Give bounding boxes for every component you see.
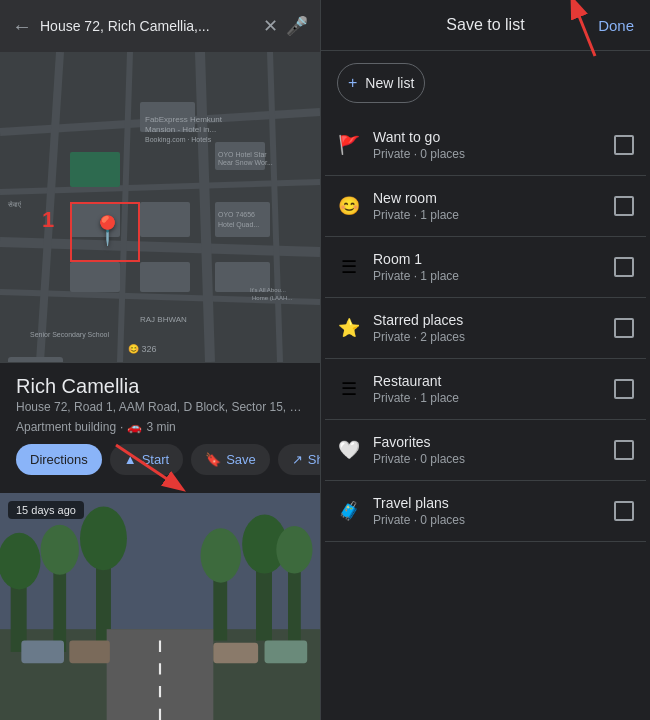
room-1-meta: Private · 1 place xyxy=(373,269,602,283)
restaurant-info: Restaurant Private · 1 place xyxy=(373,373,602,405)
svg-text:OYO 74656: OYO 74656 xyxy=(218,211,255,218)
want-to-go-checkbox[interactable] xyxy=(614,135,634,155)
svg-text:It's All Abou...: It's All Abou... xyxy=(250,287,286,293)
directions-button[interactable]: Directions xyxy=(16,444,102,475)
new-list-label: New list xyxy=(365,75,414,91)
travel-plans-icon: 🧳 xyxy=(337,500,361,522)
starred-places-checkbox[interactable] xyxy=(614,318,634,338)
new-room-icon: 😊 xyxy=(337,195,361,217)
new-room-meta: Private · 1 place xyxy=(373,208,602,222)
list-item-new-room[interactable]: 😊 New room Private · 1 place xyxy=(325,176,646,237)
travel-plans-name: Travel plans xyxy=(373,495,602,511)
save-button[interactable]: 🔖 Save xyxy=(191,444,270,475)
drive-time: 3 min xyxy=(146,420,175,434)
list-item-travel-plans[interactable]: 🧳 Travel plans Private · 0 places xyxy=(325,481,646,542)
street-view-photo xyxy=(0,493,320,720)
svg-text:सेवाएं: सेवाएं xyxy=(7,200,22,208)
svg-rect-15 xyxy=(140,262,190,292)
svg-text:Home (LAAH...: Home (LAAH... xyxy=(252,295,293,301)
svg-rect-17 xyxy=(70,262,120,292)
drive-icon: 🚗 xyxy=(127,420,142,434)
new-room-checkbox[interactable] xyxy=(614,196,634,216)
street-photo-svg xyxy=(0,493,320,720)
back-arrow-icon[interactable]: ← xyxy=(12,15,32,38)
want-to-go-icon: 🚩 xyxy=(337,134,361,156)
want-to-go-meta: Private · 0 places xyxy=(373,147,602,161)
svg-rect-9 xyxy=(70,152,120,187)
want-to-go-info: Want to go Private · 0 places xyxy=(373,129,602,161)
room-1-icon: ☰ xyxy=(337,256,361,278)
place-meta-separator: · xyxy=(120,420,123,434)
svg-point-43 xyxy=(201,528,242,582)
svg-line-55 xyxy=(575,6,595,56)
svg-text:😊 326: 😊 326 xyxy=(128,343,157,355)
new-room-name: New room xyxy=(373,190,602,206)
place-name: Rich Camellia xyxy=(16,375,304,398)
list-item-want-to-go[interactable]: 🚩 Want to go Private · 0 places xyxy=(325,115,646,176)
list-item-starred-places[interactable]: ⭐ Starred places Private · 2 places xyxy=(325,298,646,359)
restaurant-meta: Private · 1 place xyxy=(373,391,602,405)
place-type: Apartment building xyxy=(16,420,116,434)
restaurant-checkbox[interactable] xyxy=(614,379,634,399)
svg-point-41 xyxy=(80,507,127,571)
want-to-go-name: Want to go xyxy=(373,129,602,145)
map-area: FabExpress Hemkunt Mansion - Hotel in...… xyxy=(0,52,320,362)
svg-text:Near Snow Wor...: Near Snow Wor... xyxy=(218,159,273,166)
svg-rect-53 xyxy=(265,641,308,664)
favorites-icon: 🤍 xyxy=(337,439,361,461)
svg-text:OYO Hotel Star: OYO Hotel Star xyxy=(218,151,267,158)
list-item-restaurant[interactable]: ☰ Restaurant Private · 1 place xyxy=(325,359,646,420)
room-1-info: Room 1 Private · 1 place xyxy=(373,251,602,283)
travel-plans-meta: Private · 0 places xyxy=(373,513,602,527)
svg-text:Mansion - Hotel in...: Mansion - Hotel in... xyxy=(145,125,216,134)
starred-places-name: Starred places xyxy=(373,312,602,328)
svg-rect-52 xyxy=(213,643,258,663)
favorites-name: Favorites xyxy=(373,434,602,450)
svg-text:Hotel Quad...: Hotel Quad... xyxy=(218,221,259,229)
restaurant-icon: ☰ xyxy=(337,378,361,400)
photo-timestamp: 15 days ago xyxy=(8,501,84,519)
right-panel: Save to list Done + New list 🚩 Want to g… xyxy=(320,0,650,720)
place-info: Rich Camellia House 72, Road 1, AAM Road… xyxy=(0,362,320,493)
starred-places-meta: Private · 2 places xyxy=(373,330,602,344)
left-panel: ← House 72, Rich Camellia,... ✕ 🎤 xyxy=(0,0,320,720)
travel-plans-info: Travel plans Private · 0 places xyxy=(373,495,602,527)
new-list-section: + New list xyxy=(321,51,650,115)
svg-text:Booking.com · Hotels: Booking.com · Hotels xyxy=(145,136,212,144)
new-list-button[interactable]: + New list xyxy=(337,63,425,103)
list-item-favorites[interactable]: 🤍 Favorites Private · 0 places xyxy=(325,420,646,481)
svg-rect-31 xyxy=(8,357,63,362)
share-icon: ↗ xyxy=(292,452,303,467)
map-pin: 📍 xyxy=(90,214,125,247)
starred-places-icon: ⭐ xyxy=(337,317,361,339)
restaurant-name: Restaurant xyxy=(373,373,602,389)
share-button[interactable]: ↗ Sha... xyxy=(278,444,320,475)
close-icon[interactable]: ✕ xyxy=(263,15,278,37)
room-1-checkbox[interactable] xyxy=(614,257,634,277)
annotation-arrow-2 xyxy=(96,435,196,495)
annotation-label-1: 1 xyxy=(42,207,54,233)
list-item-room-1[interactable]: ☰ Room 1 Private · 1 place xyxy=(325,237,646,298)
mic-icon[interactable]: 🎤 xyxy=(286,15,308,37)
panel-title: Save to list xyxy=(446,16,524,34)
svg-line-33 xyxy=(116,445,176,485)
svg-rect-50 xyxy=(21,641,64,664)
travel-plans-checkbox[interactable] xyxy=(614,501,634,521)
svg-text:FabExpress Hemkunt: FabExpress Hemkunt xyxy=(145,115,223,124)
new-room-info: New room Private · 1 place xyxy=(373,190,602,222)
svg-point-47 xyxy=(276,526,312,574)
favorites-info: Favorites Private · 0 places xyxy=(373,434,602,466)
svg-rect-12 xyxy=(215,202,270,237)
starred-places-info: Starred places Private · 2 places xyxy=(373,312,602,344)
save-list-container: 🚩 Want to go Private · 0 places 😊 New ro… xyxy=(321,115,650,720)
place-address: House 72, Road 1, AAM Road, D Block, Sec… xyxy=(16,400,304,414)
annotation-arrow-new-list xyxy=(545,0,615,66)
save-icon: 🔖 xyxy=(205,452,221,467)
search-query: House 72, Rich Camellia,... xyxy=(40,18,255,34)
svg-rect-14 xyxy=(140,202,190,237)
photo-area: 15 days ago xyxy=(0,493,320,720)
svg-rect-51 xyxy=(69,641,110,664)
svg-point-39 xyxy=(41,525,79,575)
svg-text:Senior Secondary School: Senior Secondary School xyxy=(30,331,109,339)
favorites-checkbox[interactable] xyxy=(614,440,634,460)
